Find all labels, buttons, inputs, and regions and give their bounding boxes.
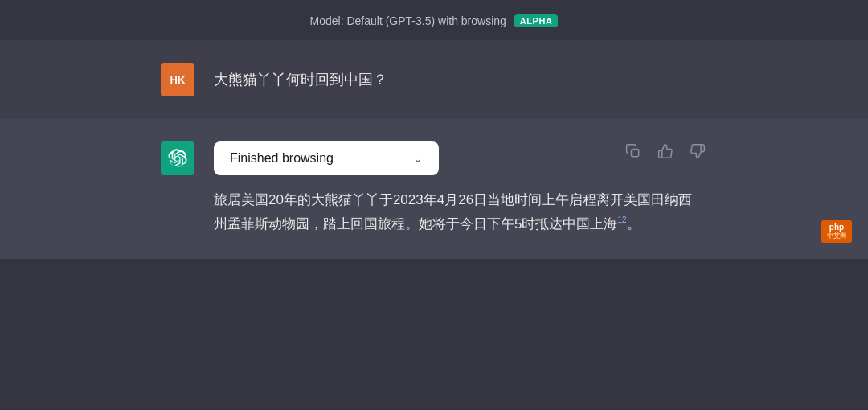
user-message: 大熊猫丫丫何时回到中国？ bbox=[214, 63, 387, 91]
php-watermark: php 中艾网 bbox=[821, 220, 852, 243]
assistant-message-row: Finished browsing ⌄ 旅居美国20年的大熊猫丫丫于2023年4… bbox=[0, 119, 868, 259]
php-badge-line1: php bbox=[829, 223, 844, 232]
thumb-down-icon[interactable] bbox=[688, 141, 707, 161]
openai-logo-icon bbox=[168, 149, 187, 168]
php-badge-line2: 中艾网 bbox=[827, 232, 846, 240]
assistant-avatar bbox=[161, 141, 194, 175]
response-text-end: 。 bbox=[627, 216, 641, 232]
copy-icon[interactable] bbox=[624, 141, 643, 161]
browsing-pill-label: Finished browsing bbox=[230, 151, 405, 166]
citation-superscript: 12 bbox=[617, 215, 626, 224]
user-avatar: HK bbox=[161, 63, 194, 96]
response-text-main: 旅居美国20年的大熊猫丫丫于2023年4月26日当地时间上午启程离开美国田纳西州… bbox=[214, 192, 692, 232]
thumb-up-icon[interactable] bbox=[656, 141, 675, 161]
action-icons-group bbox=[624, 141, 707, 161]
chat-container: HK 大熊猫丫丫何时回到中国？ Finished browsing ⌄ 旅居美国… bbox=[0, 40, 868, 259]
chevron-down-icon: ⌄ bbox=[413, 152, 423, 165]
assistant-response: 旅居美国20年的大熊猫丫丫于2023年4月26日当地时间上午启程离开美国田纳西州… bbox=[214, 188, 696, 236]
alpha-badge: ALPHA bbox=[514, 14, 559, 27]
header: Model: Default (GPT-3.5) with browsing A… bbox=[0, 0, 868, 40]
user-message-row: HK 大熊猫丫丫何时回到中国？ bbox=[0, 40, 868, 119]
svg-rect-0 bbox=[632, 150, 639, 157]
browsing-pill[interactable]: Finished browsing ⌄ bbox=[214, 141, 439, 175]
model-title: Model: Default (GPT-3.5) with browsing bbox=[310, 14, 506, 27]
